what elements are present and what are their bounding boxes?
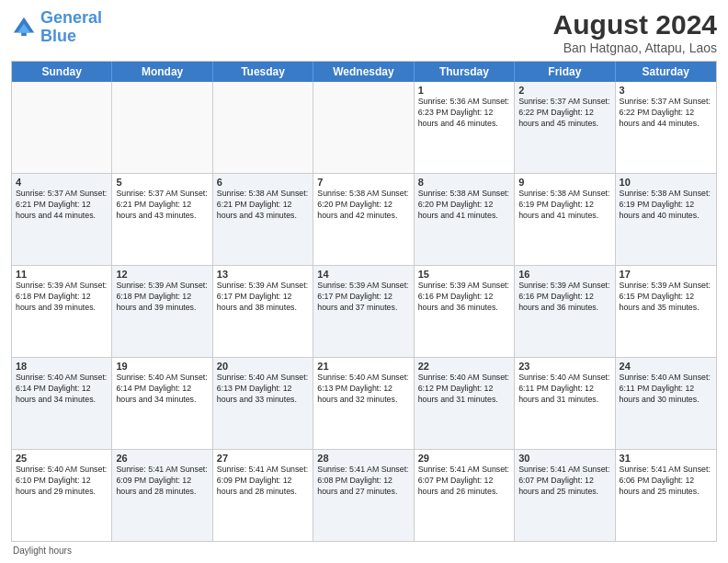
day-info: Sunrise: 5:40 AM Sunset: 6:12 PM Dayligh… (418, 373, 510, 406)
day-info: Sunrise: 5:38 AM Sunset: 6:19 PM Dayligh… (620, 189, 712, 222)
day-cell: 6Sunrise: 5:38 AM Sunset: 6:21 PM Daylig… (213, 174, 313, 265)
day-number: 9 (518, 177, 610, 188)
day-info: Sunrise: 5:41 AM Sunset: 6:06 PM Dayligh… (620, 465, 712, 498)
day-number: 17 (620, 269, 712, 280)
day-cell: 11Sunrise: 5:39 AM Sunset: 6:18 PM Dayli… (12, 266, 112, 357)
day-number: 22 (418, 361, 510, 372)
day-info: Sunrise: 5:39 AM Sunset: 6:18 PM Dayligh… (16, 281, 108, 314)
day-cell: 8Sunrise: 5:38 AM Sunset: 6:20 PM Daylig… (415, 174, 515, 265)
day-info: Sunrise: 5:40 AM Sunset: 6:13 PM Dayligh… (317, 373, 409, 406)
day-number: 15 (418, 269, 510, 280)
day-cell: 19Sunrise: 5:40 AM Sunset: 6:14 PM Dayli… (112, 358, 212, 449)
day-info: Sunrise: 5:37 AM Sunset: 6:22 PM Dayligh… (620, 97, 712, 130)
day-header: Monday (112, 62, 212, 82)
day-number: 24 (620, 361, 712, 372)
day-number: 11 (16, 269, 108, 280)
week-row: 25Sunrise: 5:40 AM Sunset: 6:10 PM Dayli… (12, 449, 716, 541)
calendar-body: 1Sunrise: 5:36 AM Sunset: 6:23 PM Daylig… (12, 82, 716, 541)
day-cell: 5Sunrise: 5:37 AM Sunset: 6:21 PM Daylig… (112, 174, 212, 265)
day-cell: 17Sunrise: 5:39 AM Sunset: 6:15 PM Dayli… (616, 266, 716, 357)
day-number: 13 (217, 269, 309, 280)
day-info: Sunrise: 5:39 AM Sunset: 6:18 PM Dayligh… (116, 281, 208, 314)
day-header: Tuesday (213, 62, 313, 82)
day-info: Sunrise: 5:39 AM Sunset: 6:16 PM Dayligh… (418, 281, 510, 314)
day-number: 19 (116, 361, 208, 372)
page: General Blue August 2024 Ban Hatgnao, At… (0, 0, 728, 563)
day-number: 12 (116, 269, 208, 280)
day-number: 10 (620, 177, 712, 188)
week-row: 11Sunrise: 5:39 AM Sunset: 6:18 PM Dayli… (12, 265, 716, 357)
day-cell (12, 82, 112, 173)
day-number: 27 (217, 453, 309, 464)
day-number: 20 (217, 361, 309, 372)
logo-blue: Blue (40, 27, 76, 45)
day-cell (313, 82, 414, 173)
day-number: 29 (418, 453, 510, 464)
day-cell: 26Sunrise: 5:41 AM Sunset: 6:09 PM Dayli… (112, 450, 212, 541)
day-info: Sunrise: 5:40 AM Sunset: 6:13 PM Dayligh… (217, 373, 309, 406)
day-cell: 31Sunrise: 5:41 AM Sunset: 6:06 PM Dayli… (616, 450, 716, 541)
day-cell: 18Sunrise: 5:40 AM Sunset: 6:14 PM Dayli… (12, 358, 112, 449)
day-cell: 22Sunrise: 5:40 AM Sunset: 6:12 PM Dayli… (415, 358, 515, 449)
day-header: Saturday (616, 62, 716, 82)
day-cell: 14Sunrise: 5:39 AM Sunset: 6:17 PM Dayli… (313, 266, 414, 357)
day-number: 8 (418, 177, 510, 188)
day-info: Sunrise: 5:40 AM Sunset: 6:11 PM Dayligh… (518, 373, 610, 406)
day-cell: 7Sunrise: 5:38 AM Sunset: 6:20 PM Daylig… (313, 174, 414, 265)
day-number: 31 (620, 453, 712, 464)
week-row: 18Sunrise: 5:40 AM Sunset: 6:14 PM Dayli… (12, 357, 716, 449)
day-header: Thursday (415, 62, 515, 82)
day-cell: 30Sunrise: 5:41 AM Sunset: 6:07 PM Dayli… (515, 450, 615, 541)
day-info: Sunrise: 5:40 AM Sunset: 6:14 PM Dayligh… (116, 373, 208, 406)
day-info: Sunrise: 5:41 AM Sunset: 6:07 PM Dayligh… (418, 465, 510, 498)
week-row: 4Sunrise: 5:37 AM Sunset: 6:21 PM Daylig… (12, 173, 716, 265)
day-cell: 24Sunrise: 5:40 AM Sunset: 6:11 PM Dayli… (616, 358, 716, 449)
week-row: 1Sunrise: 5:36 AM Sunset: 6:23 PM Daylig… (12, 82, 716, 173)
day-number: 4 (16, 177, 108, 188)
day-info: Sunrise: 5:41 AM Sunset: 6:07 PM Dayligh… (518, 465, 610, 498)
day-number: 7 (317, 177, 409, 188)
logo-text: General Blue (40, 9, 102, 46)
day-info: Sunrise: 5:41 AM Sunset: 6:09 PM Dayligh… (217, 465, 309, 498)
day-cell: 9Sunrise: 5:38 AM Sunset: 6:19 PM Daylig… (515, 174, 615, 265)
month-title: August 2024 (553, 9, 717, 40)
day-number: 5 (116, 177, 208, 188)
day-number: 26 (116, 453, 208, 464)
day-cell: 16Sunrise: 5:39 AM Sunset: 6:16 PM Dayli… (515, 266, 615, 357)
day-headers: SundayMondayTuesdayWednesdayThursdayFrid… (12, 62, 716, 82)
day-cell: 21Sunrise: 5:40 AM Sunset: 6:13 PM Dayli… (313, 358, 414, 449)
day-number: 14 (317, 269, 409, 280)
day-number: 28 (317, 453, 409, 464)
day-number: 3 (620, 85, 712, 96)
day-cell: 20Sunrise: 5:40 AM Sunset: 6:13 PM Dayli… (213, 358, 313, 449)
day-info: Sunrise: 5:41 AM Sunset: 6:09 PM Dayligh… (116, 465, 208, 498)
day-number: 2 (518, 85, 610, 96)
day-cell (213, 82, 313, 173)
day-cell: 28Sunrise: 5:41 AM Sunset: 6:08 PM Dayli… (313, 450, 414, 541)
day-info: Sunrise: 5:38 AM Sunset: 6:20 PM Dayligh… (317, 189, 409, 222)
logo-general: General (40, 8, 102, 27)
day-info: Sunrise: 5:40 AM Sunset: 6:11 PM Dayligh… (620, 373, 712, 406)
day-cell: 23Sunrise: 5:40 AM Sunset: 6:11 PM Dayli… (515, 358, 615, 449)
day-header: Friday (515, 62, 615, 82)
day-cell: 15Sunrise: 5:39 AM Sunset: 6:16 PM Dayli… (415, 266, 515, 357)
day-cell: 4Sunrise: 5:37 AM Sunset: 6:21 PM Daylig… (12, 174, 112, 265)
calendar: SundayMondayTuesdayWednesdayThursdayFrid… (11, 61, 717, 542)
day-number: 21 (317, 361, 409, 372)
day-info: Sunrise: 5:38 AM Sunset: 6:21 PM Dayligh… (217, 189, 309, 222)
logo: General Blue (11, 9, 102, 46)
day-number: 1 (418, 85, 510, 96)
day-cell: 2Sunrise: 5:37 AM Sunset: 6:22 PM Daylig… (515, 82, 615, 173)
day-number: 18 (16, 361, 108, 372)
day-info: Sunrise: 5:40 AM Sunset: 6:10 PM Dayligh… (16, 465, 108, 498)
day-info: Sunrise: 5:39 AM Sunset: 6:17 PM Dayligh… (217, 281, 309, 314)
day-info: Sunrise: 5:37 AM Sunset: 6:21 PM Dayligh… (16, 189, 108, 222)
day-info: Sunrise: 5:39 AM Sunset: 6:17 PM Dayligh… (317, 281, 409, 314)
day-cell: 25Sunrise: 5:40 AM Sunset: 6:10 PM Dayli… (12, 450, 112, 541)
day-number: 30 (518, 453, 610, 464)
day-info: Sunrise: 5:39 AM Sunset: 6:15 PM Dayligh… (620, 281, 712, 314)
day-info: Sunrise: 5:39 AM Sunset: 6:16 PM Dayligh… (518, 281, 610, 314)
day-info: Sunrise: 5:37 AM Sunset: 6:22 PM Dayligh… (518, 97, 610, 130)
header: General Blue August 2024 Ban Hatgnao, At… (11, 9, 717, 55)
footer-note: Daylight hours (11, 546, 717, 556)
